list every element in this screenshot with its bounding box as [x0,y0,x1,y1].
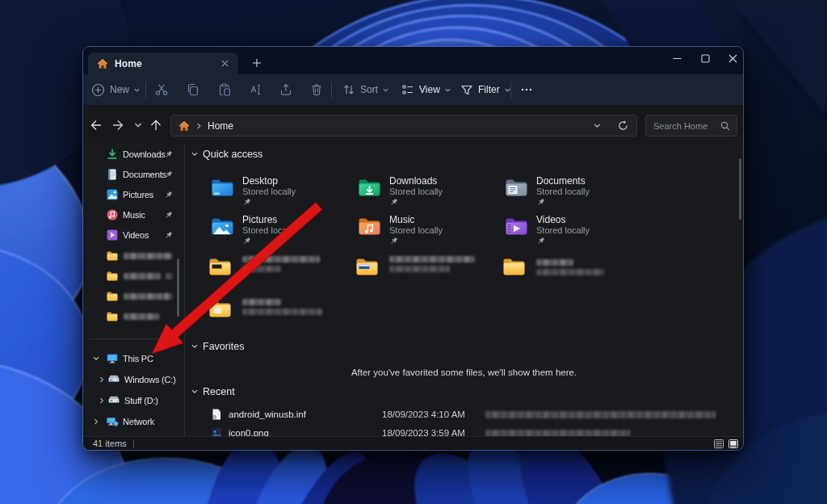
sidebar-item-this-pc[interactable]: This PC [86,349,178,368]
breadcrumb-chevron-icon [195,123,202,129]
sidebar-item-redacted-folder[interactable] [86,267,178,286]
more-options-button[interactable] [515,78,538,102]
folder-icon [207,254,233,279]
tile-subtitle: Stored locally [242,225,296,235]
file-name: android_winusb.inf [229,410,306,419]
tile-redacted-folder[interactable] [354,254,496,291]
tile-downloads[interactable]: Downloads Stored locally [356,174,498,212]
recent-file-row[interactable]: android_winusb.inf 18/09/2023 4:10 AM [185,406,735,424]
content-scrollbar[interactable] [739,158,741,220]
tab-home[interactable]: Home [88,52,238,74]
tile-name: Downloads [389,175,437,187]
navigation-bar: Home [83,106,743,144]
documents-folder-icon [503,174,530,200]
section-title: Quick access [203,149,262,160]
address-dropdown-button[interactable] [588,117,606,135]
pin-icon [389,237,398,246]
pin-icon [164,170,173,179]
section-title: Recent [203,386,235,397]
share-button[interactable] [271,78,300,102]
details-view-button[interactable] [712,439,724,449]
refresh-button[interactable] [614,117,632,135]
sidebar-scrollbar[interactable] [177,258,179,317]
redacted-path [485,411,716,418]
sort-button[interactable]: Sort [339,78,393,102]
up-button[interactable] [146,116,166,135]
large-thumbnails-view-button[interactable] [727,439,739,449]
documents-icon [106,168,119,181]
sidebar-item-documents[interactable]: Documents [86,165,178,184]
chevron-down-icon [593,121,602,130]
recent-locations-button[interactable] [128,116,148,135]
refresh-icon [618,120,628,131]
section-favorites[interactable]: Favorites [191,341,244,352]
minimize-button[interactable] [663,47,691,69]
tile-pictures[interactable]: Pictures Stored locally [209,213,351,250]
sidebar-item-music[interactable]: Music [86,205,178,225]
toolbar-divider [510,82,511,99]
sidebar-item-redacted-folder[interactable] [86,246,178,266]
explorer-window: Home [83,47,743,450]
sidebar-item-stuff-d[interactable]: Stuff (D:) [86,391,178,410]
tile-redacted-folder[interactable] [207,296,349,333]
tile-videos[interactable]: Videos Stored locally [503,213,645,250]
folder-icon [106,290,119,303]
chevron-right-icon [92,418,100,426]
sidebar-item-redacted-folder[interactable] [86,287,178,306]
pin-icon [389,198,398,207]
sidebar-item-label: Network [123,417,154,426]
section-quick-access[interactable]: Quick access [191,149,262,160]
close-window-button[interactable] [720,47,743,69]
tile-documents[interactable]: Documents Stored locally [503,174,645,212]
redacted-detail [536,269,604,275]
view-button[interactable]: View [398,78,455,102]
tile-desktop[interactable]: Desktop Stored locally [209,174,351,212]
downloads-folder-icon [356,174,383,200]
forward-button[interactable] [108,116,128,135]
delete-button[interactable] [302,78,331,102]
png-file-icon [210,426,223,436]
back-button[interactable] [86,116,106,135]
sidebar-item-label: Videos [123,230,149,240]
new-tab-button[interactable] [248,54,266,72]
rename-button[interactable] [241,78,270,102]
folder-icon [207,296,233,321]
videos-icon [106,229,119,242]
chevron-down-icon [382,86,389,94]
search-input[interactable] [653,121,721,131]
sidebar-item-label: Documents [123,170,166,179]
tile-music[interactable]: Music Stored locally [356,213,498,250]
funnel-icon [460,83,473,96]
folder-icon [106,250,119,262]
tab-close-button[interactable] [218,57,232,70]
screen: Home [0,0,827,504]
new-plus-circle-icon [91,83,105,97]
folder-icon [106,310,119,323]
sidebar-item-windows-c[interactable]: Windows (C:) [86,370,178,389]
maximize-icon [701,54,710,63]
sidebar-item-redacted-folder[interactable] [86,307,178,326]
address-bar[interactable]: Home [170,115,637,136]
new-button[interactable]: New [88,78,144,102]
file-date: 18/09/2023 4:10 AM [382,410,465,419]
sidebar-item-videos[interactable]: Videos [86,225,178,245]
sidebar-item-label: Pictures [123,190,153,200]
pin-icon [164,211,173,220]
drive-d-icon [107,394,120,407]
paste-button[interactable] [210,78,239,102]
chevron-down-icon [191,150,199,158]
network-icon [106,415,119,428]
copy-button[interactable] [178,78,208,102]
section-recent[interactable]: Recent [191,386,235,397]
sidebar-item-pictures[interactable]: Pictures [86,185,178,204]
sidebar-item-network[interactable]: Network [86,412,178,431]
tile-redacted-folder[interactable] [207,254,349,291]
maximize-button[interactable] [691,47,720,69]
tile-redacted-folder[interactable] [501,254,643,291]
breadcrumb-location[interactable]: Home [208,120,233,132]
filter-button[interactable]: Filter [457,78,514,102]
cut-button[interactable] [147,78,176,102]
tab-bar: Home [83,47,743,74]
recent-file-row[interactable]: icon0.png 18/09/2023 3:59 AM [185,425,735,436]
sidebar-item-downloads[interactable]: Downloads [86,145,178,164]
